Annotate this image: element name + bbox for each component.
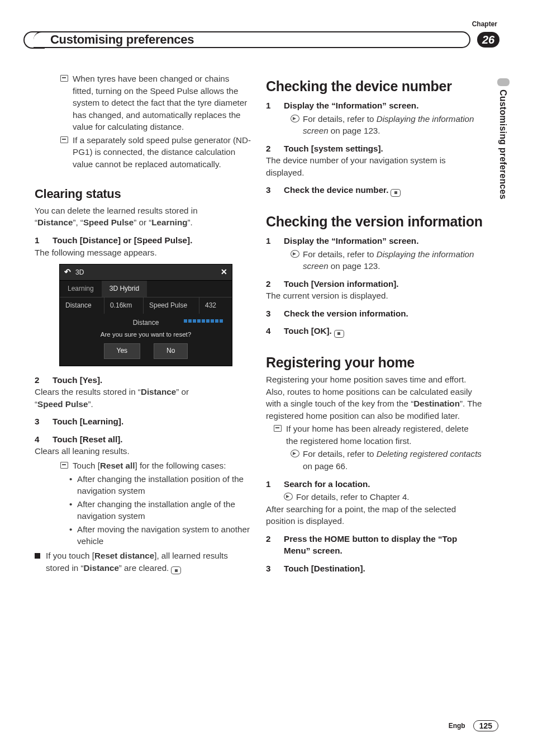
step-number: 1 — [266, 100, 284, 112]
reference-text: For details, refer to Deleting registere… — [303, 448, 483, 472]
screenshot-title: 3D — [75, 268, 221, 277]
step-number: 2 — [35, 374, 53, 386]
step-number: 1 — [35, 234, 53, 247]
right-column: Checking the device number 1 Display the… — [266, 73, 483, 575]
section-heading-version-info: Checking the version information — [266, 214, 483, 229]
reference-icon — [291, 250, 299, 258]
step-1: 1 Display the “Information” screen. — [266, 235, 483, 247]
step-number: 4 — [266, 325, 284, 338]
text-fragment: on page 123. — [329, 261, 380, 271]
note-item: If a separately sold speed pulse generat… — [60, 134, 251, 171]
header-bar: Customising preferences 26 — [34, 31, 499, 48]
bullet-icon: • — [69, 498, 77, 522]
step-number: 4 — [35, 433, 53, 446]
step-number: 2 — [266, 278, 284, 290]
step-1: 1 Touch [Distance] or [Speed Pulse]. — [35, 234, 251, 247]
header-title: Customising preferences — [50, 32, 194, 47]
note-icon — [60, 75, 68, 82]
body-text: You can delete the learned results store… — [35, 205, 251, 229]
tab-3d-hybrid[interactable]: 3D Hybrid — [102, 281, 147, 297]
reference-icon — [284, 493, 293, 500]
note-item: If your home has been already registered… — [274, 423, 483, 447]
section-end-icon — [171, 566, 181, 574]
step-text: Touch [Reset all]. — [53, 433, 251, 446]
reference: For details, refer to Displaying the inf… — [291, 113, 483, 137]
left-column: When tyres have been changed or chains f… — [35, 73, 251, 575]
term-distance: Distance — [141, 387, 176, 396]
section-heading-registering-home: Registering your home — [266, 355, 483, 370]
step-text: Display the “Information” screen. — [284, 235, 483, 247]
reference: For details, refer to Chapter 4. — [284, 491, 483, 503]
text-fragment: on page 123. — [329, 126, 380, 135]
text-fragment: ”, “ — [73, 218, 83, 227]
reference-icon — [291, 115, 299, 122]
section-end-icon — [391, 189, 401, 197]
no-button[interactable]: No — [154, 343, 188, 358]
step-text: Touch [OK]. — [284, 325, 483, 338]
back-icon[interactable]: ↶ — [64, 267, 71, 278]
term-learning: Learning — [151, 218, 187, 227]
text-fragment: For details, refer to — [303, 114, 377, 124]
step-3: 3 Touch [Destination]. — [266, 563, 483, 575]
text-fragment: on page 66. — [303, 461, 348, 471]
step-text: Search for a location. — [284, 478, 483, 490]
step-text: Display the “Information” screen. — [284, 100, 483, 112]
reference: For details, refer to Displaying the inf… — [291, 248, 483, 272]
note-item: Touch [Reset all] for the following case… — [60, 460, 251, 472]
step-text: Touch [system settings]. — [284, 143, 483, 155]
step-3: 3 Touch [Learning]. — [35, 415, 251, 428]
step-text: Check the device number. — [284, 184, 483, 197]
term-destination: Destination — [413, 399, 460, 408]
step-4: 4 Touch [Reset all]. — [35, 433, 251, 446]
step-number: 3 — [266, 308, 284, 320]
bullet-item: •After changing the installation positio… — [69, 473, 251, 497]
text-fragment: You can delete the learned results store… — [35, 206, 198, 215]
step-text: Touch [Yes]. — [53, 374, 251, 386]
section-heading-device-number: Checking the device number — [266, 78, 483, 94]
page-number: 125 — [473, 720, 498, 731]
yes-button[interactable]: Yes — [104, 343, 141, 358]
text-fragment: ”. — [187, 218, 192, 227]
section-end-icon — [334, 330, 344, 338]
step-text: Touch [Distance] or [Speed Pulse]. — [53, 234, 251, 247]
reference-text: For details, refer to Displaying the inf… — [303, 248, 483, 272]
step-number: 3 — [266, 184, 284, 197]
term-distance: Distance — [84, 563, 119, 573]
chapter-number-badge: 26 — [477, 32, 499, 48]
close-icon[interactable]: ✕ — [221, 267, 227, 278]
text-fragment: If you touch [ — [46, 551, 94, 560]
text-fragment: For details, refer to — [303, 249, 377, 259]
step-number: 3 — [266, 563, 284, 575]
step-text: Press the HOME button to display the “To… — [284, 533, 483, 557]
bullet-icon: • — [69, 523, 77, 547]
cell-distance-label[interactable]: Distance — [60, 297, 104, 314]
term-speed-pulse: Speed Pulse — [83, 218, 134, 227]
step-1: 1 Display the “Information” screen. — [266, 100, 483, 112]
body-text: Registering your home position saves tim… — [266, 374, 483, 422]
footer: Engb 125 — [449, 720, 498, 731]
text-fragment: ] for the following cases: — [135, 461, 226, 470]
step-body: The current version is displayed. — [266, 290, 483, 302]
step-3: 3 Check the device number. — [266, 184, 483, 197]
text-fragment: For details, refer to — [303, 449, 377, 459]
header-pill: Customising preferences — [34, 31, 470, 48]
text-fragment: ”. — [88, 399, 93, 409]
text-fragment: Touch [ — [73, 461, 100, 470]
step-1: 1 Search for a location. — [266, 478, 483, 490]
step-number: 3 — [35, 415, 53, 428]
tab-learning[interactable]: Learning — [60, 281, 102, 297]
step-body: Clears the results stored in “Distance” … — [35, 386, 251, 410]
reference-title: Deleting registered contacts — [377, 449, 482, 459]
reference-text: For details, refer to Chapter 4. — [296, 491, 483, 503]
cell-distance-value: 0.16km — [104, 297, 144, 314]
term-reset-all: Reset all — [100, 461, 135, 470]
reference-icon — [291, 450, 299, 457]
reference-text: For details, refer to Displaying the inf… — [303, 113, 483, 137]
step-number: 1 — [266, 478, 284, 490]
cell-speed-pulse-label[interactable]: Speed Pulse — [144, 297, 199, 314]
bullet-text: After changing the installation position… — [77, 473, 251, 497]
note-icon — [60, 136, 68, 143]
reference: For details, refer to Deleting registere… — [291, 448, 483, 472]
step-text: Touch [Version information]. — [284, 278, 483, 290]
note-item: When tyres have been changed or chains f… — [60, 73, 251, 133]
